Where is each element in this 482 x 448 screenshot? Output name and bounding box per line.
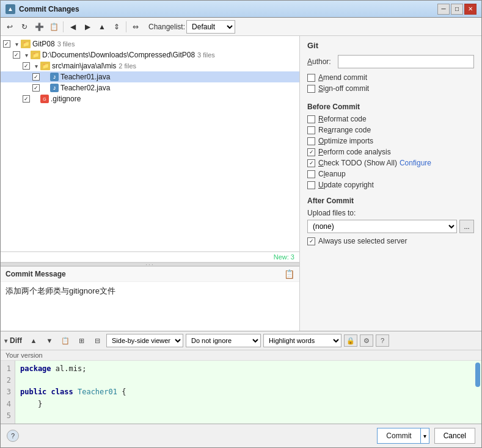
toolbar-sep-2 [126, 21, 126, 32]
folder-icon-downloads: 📁 [31, 51, 40, 59]
upload-select[interactable]: (none) [307, 220, 457, 233]
checktodo-label: Check TODO (Show All) [318, 159, 397, 167]
tree-checkbox-teacher01[interactable]: ✓ [32, 73, 40, 81]
toolbar-btn-0[interactable]: ↩ [3, 20, 16, 34]
folder-icon-gitP08: 📁 [21, 40, 31, 48]
diff-down-btn[interactable]: ▼ [43, 334, 56, 347]
tree-label-teacher02: Teacher02.java [60, 84, 110, 92]
always-selected-label: Always use selected server [318, 237, 407, 245]
reformat-row: Reformat code [307, 115, 474, 123]
diff-help-btn[interactable]: ? [376, 334, 389, 347]
tree-checkbox-teacher02[interactable]: ✓ [32, 84, 40, 92]
toolbar-btn-copy[interactable]: 📋 [47, 20, 60, 34]
reformat-label: Reformat code [318, 115, 367, 123]
window-title: Commit Changes [19, 5, 437, 13]
tree-item-teacher02[interactable]: ✓ ▾ J Teacher02.java [1, 82, 299, 93]
upload-label: Upload files to: [307, 209, 474, 217]
toolbar-btn-up[interactable]: ▲ [95, 20, 109, 34]
app-icon: ▲ [5, 4, 15, 14]
tree-checkbox-downloads[interactable]: ✓ [13, 51, 20, 59]
tree-item-downloads[interactable]: ✓ ▾ 📁 D:\Documents\Downloads\Compressed\… [1, 49, 299, 60]
tree-arrow-gitP08: ▾ [12, 40, 21, 48]
tree-count-gitP08: 3 files [57, 40, 75, 48]
author-label: Author: [307, 57, 338, 66]
before-commit-title: Before Commit [307, 103, 474, 111]
tree-checkbox-gitP08[interactable]: ✓ [3, 40, 10, 48]
reformat-checkbox[interactable] [307, 115, 315, 123]
diff-lock-btn[interactable]: 🔒 [344, 334, 357, 347]
author-input[interactable] [338, 55, 474, 68]
always-selected-checkbox[interactable]: ✓ [307, 237, 315, 245]
diff-copy-btn[interactable]: 📋 [59, 334, 72, 347]
commit-message-header: Commit Message 📋 [1, 267, 299, 282]
bottom-bar: ? Commit ▾ Cancel [1, 424, 481, 447]
diff-section: ▾ Diff ▲ ▼ 📋 ⊞ ⊟ Side-by-side viewer Uni… [1, 331, 481, 424]
tree-item-src[interactable]: ✓ ▾ 📁 src\main\java\al\mis 2 files [1, 60, 299, 71]
diff-viewer-select[interactable]: Side-by-side viewer Unified viewer [106, 334, 183, 347]
tree-arrow-src: ▾ [32, 62, 40, 70]
maximize-button[interactable]: □ [451, 4, 463, 15]
commit-message-textarea[interactable]: 添加两个老师类与gitignore文件 [1, 282, 299, 331]
toolbar-btn-vert[interactable]: ⇕ [110, 20, 123, 34]
main-content: ✓ ▾ 📁 GitP08 3 files ✓ ▾ 📁 D:\Documents\… [1, 36, 481, 331]
browse-button[interactable]: ... [459, 220, 474, 233]
toolbar-btn-horiz[interactable]: ⇔ [129, 20, 142, 34]
diff-split-btn[interactable]: ⊞ [75, 334, 88, 347]
perform-label: Perform code analysis [318, 148, 391, 156]
copyright-checkbox[interactable] [307, 181, 315, 189]
close-button[interactable]: ✕ [464, 4, 477, 15]
your-version-label: Your version [1, 350, 481, 361]
diff-expand-icon[interactable]: ▾ [4, 338, 7, 344]
diff-up-btn[interactable]: ▲ [27, 334, 40, 347]
author-row: Author: [307, 55, 474, 68]
diff-settings-btn[interactable]: ⚙ [360, 334, 373, 347]
main-window: ▲ Commit Changes ─ □ ✕ ↩ ↻ ➕ 📋 ◀ ▶ ▲ ⇕ ⇔… [0, 0, 482, 448]
diff-scrollbar[interactable] [475, 363, 480, 387]
changelist-select[interactable]: Default [186, 20, 235, 34]
amend-commit-label: Amend commit [318, 73, 367, 82]
rearrange-checkbox[interactable] [307, 126, 315, 134]
file-tree[interactable]: ✓ ▾ 📁 GitP08 3 files ✓ ▾ 📁 D:\Documents\… [1, 36, 299, 252]
tree-label-downloads: D:\Documents\Downloads\Compressed\GitP08 [42, 51, 195, 59]
diff-title: ▾ Diff [4, 336, 22, 345]
help-button[interactable]: ? [7, 430, 19, 442]
cleanup-checkbox[interactable] [307, 170, 315, 178]
diff-track-btn[interactable]: ⊟ [90, 334, 104, 347]
cancel-button[interactable]: Cancel [434, 428, 475, 444]
toolbar-btn-1[interactable]: ↻ [18, 20, 31, 34]
optimize-checkbox[interactable] [307, 137, 315, 145]
java-icon-teacher01: J [50, 73, 59, 81]
tree-item-gitignore[interactable]: ✓ ▾ G .gitignore [1, 93, 299, 104]
tree-checkbox-gitignore[interactable]: ✓ [23, 95, 30, 103]
perform-checkbox[interactable]: ✓ [307, 148, 315, 156]
author-label-text: Author: [307, 57, 331, 66]
gitignore-icon: G [40, 95, 49, 103]
checktodo-checkbox[interactable]: ✓ [307, 159, 315, 167]
toolbar-btn-add[interactable]: ➕ [32, 20, 46, 34]
toolbar-btn-back[interactable]: ◀ [66, 20, 79, 34]
title-bar: ▲ Commit Changes ─ □ ✕ [1, 1, 481, 18]
commit-dropdown-arrow[interactable]: ▾ [421, 428, 429, 443]
tree-item-gitP08[interactable]: ✓ ▾ 📁 GitP08 3 files [1, 38, 299, 49]
amend-commit-row: Amend commit [307, 73, 474, 82]
upload-row: (none) ... [307, 220, 474, 233]
minimize-button[interactable]: ─ [437, 4, 450, 15]
tree-count-downloads: 3 files [197, 51, 215, 59]
toolbar: ↩ ↻ ➕ 📋 ◀ ▶ ▲ ⇕ ⇔ Changelist: Default [1, 18, 481, 36]
folder-icon-src: 📁 [40, 62, 50, 70]
signoff-commit-checkbox[interactable] [307, 85, 315, 93]
left-panel: ✓ ▾ 📁 GitP08 3 files ✓ ▾ 📁 D:\Documents\… [1, 36, 300, 331]
diff-highlight-select[interactable]: Highlight words Highlight characters No … [263, 334, 341, 347]
diff-ignore-select[interactable]: Do not ignore Ignore whitespace Ignore l… [186, 334, 261, 347]
commit-button[interactable]: Commit ▾ [377, 428, 429, 444]
configure-link[interactable]: Configure [400, 159, 431, 167]
amend-commit-checkbox[interactable] [307, 74, 315, 82]
tree-checkbox-src[interactable]: ✓ [23, 62, 30, 70]
rearrange-row: Rearrange code [307, 126, 474, 134]
toolbar-sep-1 [63, 21, 64, 32]
copyright-label: Update copyright [318, 181, 374, 189]
tree-item-teacher01[interactable]: ✓ ▾ J Teacher01.java [1, 71, 299, 82]
commit-message-copy-icon[interactable]: 📋 [284, 269, 294, 279]
signoff-commit-label: Sign-off commit [318, 84, 369, 93]
toolbar-btn-fwd[interactable]: ▶ [81, 20, 94, 34]
